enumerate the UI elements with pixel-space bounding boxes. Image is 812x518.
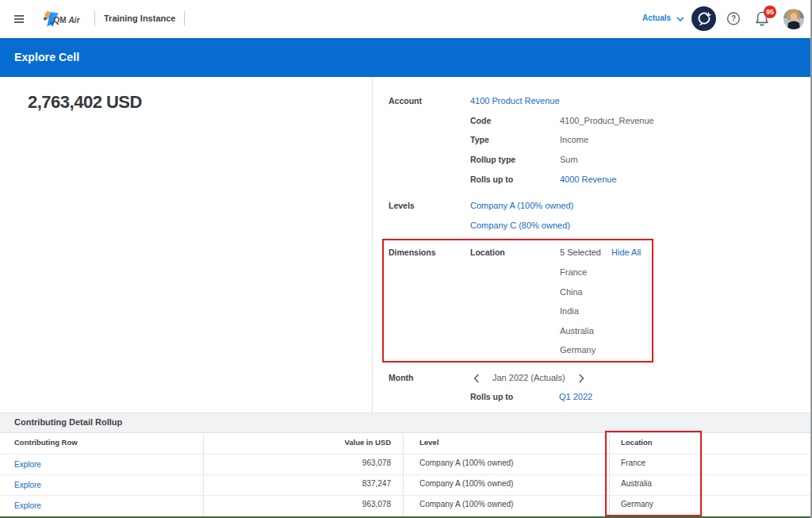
svg-text:?: ? [731, 14, 736, 23]
